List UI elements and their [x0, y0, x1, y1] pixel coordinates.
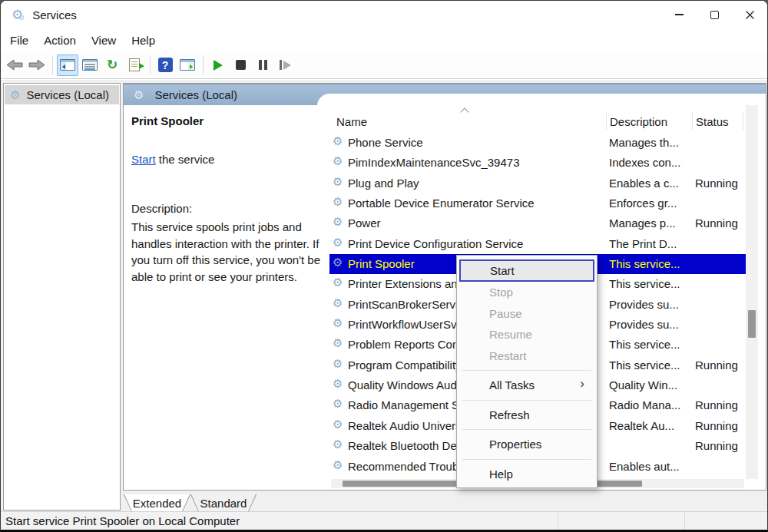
- toolbar-refresh-button[interactable]: ↻: [101, 55, 123, 76]
- menu-file[interactable]: File: [10, 32, 36, 48]
- menu-item-label: Restart: [489, 349, 526, 362]
- status-bar-separator: [558, 513, 558, 530]
- service-description-cell: This service...: [609, 274, 680, 294]
- service-gear-icon: ⚙: [333, 359, 343, 370]
- toolbar-back-button[interactable]: [4, 55, 25, 76]
- tab-standard-label: Standard: [191, 494, 256, 512]
- service-description-cell: Manages th...: [609, 133, 679, 153]
- service-gear-icon: ⚙: [333, 298, 343, 309]
- minimize-button[interactable]: [661, 1, 697, 28]
- service-gear-icon: ⚙: [333, 197, 343, 208]
- vertical-scrollbar-thumb[interactable]: [748, 310, 756, 338]
- services-window: ⚙⚙ Services FileActionViewHelp ↻: [0, 0, 768, 532]
- forward-arrow-icon: [28, 59, 45, 71]
- status-bar: Start service Print Spooler on Local Com…: [1, 511, 767, 530]
- tab-standard[interactable]: Standard: [190, 494, 257, 513]
- toolbar-separator: [203, 56, 204, 74]
- description-label: Description:: [131, 202, 192, 215]
- help-icon: ?: [158, 58, 173, 72]
- selected-service-name: Print Spooler: [131, 114, 204, 127]
- menu-separator: [462, 400, 591, 401]
- service-description-cell: This service...: [609, 355, 680, 375]
- column-header-description[interactable]: Description: [610, 115, 667, 128]
- column-divider: [743, 112, 743, 130]
- service-gear-icon: ⚙: [333, 257, 343, 269]
- window-title: Services: [32, 8, 77, 21]
- toolbar-start-service-button[interactable]: [207, 55, 229, 76]
- service-description-cell: This service...: [609, 335, 680, 355]
- menu-item-all-tasks[interactable]: All Tasks›: [457, 375, 597, 396]
- service-status-cell: Running: [695, 213, 738, 233]
- menu-view[interactable]: View: [91, 32, 124, 48]
- content-header-title: Services (Local): [154, 88, 237, 101]
- menu-item-label: Start: [490, 264, 515, 277]
- menu-item-restart: Restart: [457, 345, 597, 367]
- workspace: ⚙ Services (Local) ⚙ Services (Local) Pr…: [1, 80, 767, 511]
- menu-item-resume: Resume: [457, 324, 597, 345]
- service-gear-icon: ⚙: [333, 237, 343, 249]
- list-rounded-corner: [317, 94, 766, 107]
- service-gear-icon: ⚙: [333, 378, 343, 390]
- toolbar-help-button[interactable]: ?: [154, 55, 176, 76]
- column-header-status[interactable]: Status: [696, 115, 729, 128]
- title-bar[interactable]: ⚙⚙ Services: [1, 1, 767, 28]
- export-list-icon: [129, 58, 140, 71]
- menu-item-label: Properties: [489, 438, 541, 451]
- maximize-button[interactable]: [697, 1, 732, 28]
- menu-item-stop: Stop: [457, 282, 597, 303]
- toolbar-show-console-tree-button[interactable]: [57, 55, 78, 76]
- column-divider: [606, 112, 607, 130]
- app-gear-icon: ⚙⚙: [12, 8, 23, 21]
- table-row[interactable]: ⚙ Phone Service Manages th...: [329, 133, 746, 153]
- service-description-cell: Realtek Au...: [609, 416, 674, 436]
- toolbar-resume-service-button[interactable]: [274, 55, 296, 76]
- table-row[interactable]: ⚙ PimIndexMaintenanceSvc_39473 Indexes c…: [329, 153, 746, 173]
- table-row[interactable]: ⚙ Plug and Play Enables a c... Running: [329, 173, 746, 193]
- service-gear-icon: ⚙: [333, 216, 343, 228]
- vertical-scrollbar[interactable]: [746, 105, 758, 479]
- menu-item-label: Help: [489, 468, 513, 481]
- menu-bar: FileActionViewHelp: [1, 28, 767, 51]
- menu-item-help[interactable]: Help: [457, 464, 597, 485]
- service-description-cell: The Print D...: [609, 234, 677, 254]
- toolbar-separator: [52, 56, 53, 74]
- toolbar-properties-button[interactable]: [79, 55, 101, 76]
- table-row[interactable]: ⚙ Portable Device Enumerator Service Enf…: [329, 193, 746, 213]
- service-description-cell: Quality Win...: [609, 375, 677, 395]
- toolbar: ↻ ?: [1, 51, 767, 79]
- toolbar-forward-button[interactable]: [26, 55, 48, 76]
- service-status-cell: Running: [695, 416, 738, 436]
- menu-item-properties[interactable]: Properties: [457, 434, 597, 455]
- status-text: Start service Print Spooler on Local Com…: [5, 514, 240, 527]
- table-row[interactable]: ⚙ Print Device Configuration Service The…: [329, 234, 746, 254]
- service-description-cell: Provides su...: [609, 315, 679, 335]
- service-description-cell: Enables a c...: [609, 173, 679, 193]
- service-gear-icon: ⚙: [333, 439, 343, 451]
- service-gear-icon: ⚙: [333, 419, 343, 431]
- toolbar-show-action-pane-button[interactable]: [177, 55, 198, 76]
- service-description-cell: This service...: [609, 254, 680, 274]
- sort-ascending-icon[interactable]: [460, 107, 468, 116]
- menu-item-refresh[interactable]: Refresh: [457, 405, 597, 426]
- sidebar-item-services-local[interactable]: ⚙ Services (Local): [5, 85, 119, 104]
- toolbar-pause-service-button[interactable]: [252, 55, 273, 76]
- menu-separator: [462, 459, 591, 460]
- toolbar-separator: [150, 56, 151, 74]
- menu-item-start[interactable]: Start: [459, 259, 594, 282]
- tree-root-label: Services (Local): [26, 88, 109, 101]
- tab-extended[interactable]: Extended: [124, 494, 190, 513]
- menu-action[interactable]: Action: [44, 32, 84, 48]
- pause-service-icon: [259, 60, 267, 70]
- menu-help[interactable]: Help: [131, 32, 163, 48]
- maximize-icon: [710, 11, 719, 19]
- service-name-cell: Print Device Configuration Service: [348, 234, 523, 254]
- resume-service-icon: [280, 60, 291, 70]
- close-button[interactable]: [732, 1, 767, 28]
- toolbar-stop-service-button[interactable]: [230, 55, 251, 76]
- column-header-name[interactable]: Name: [336, 115, 367, 128]
- toolbar-export-list-button[interactable]: [124, 55, 145, 76]
- description-text: This service spools print jobs and handl…: [131, 219, 328, 285]
- start-service-link[interactable]: Start: [131, 153, 156, 166]
- menu-item-label: All Tasks: [489, 378, 535, 392]
- table-row[interactable]: ⚙ Power Manages p... Running: [329, 213, 746, 233]
